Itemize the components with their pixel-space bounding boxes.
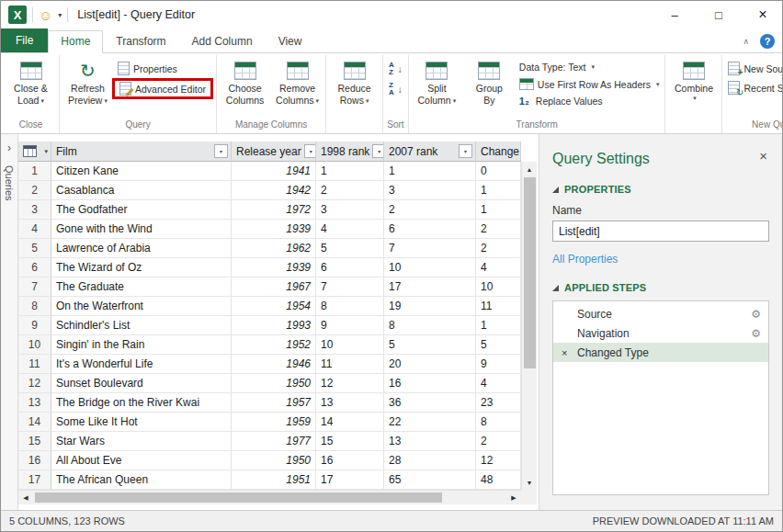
row-number[interactable]: 12: [18, 374, 51, 393]
table-row[interactable]: 11It's a Wonderful Life194611209: [18, 355, 521, 374]
grid-cell[interactable]: 4: [476, 374, 521, 393]
title-bar[interactable]: X ☺ ▾ List[edit] - Query Editor – □ ×: [1, 1, 782, 28]
queries-pane-collapsed[interactable]: › Queries: [1, 134, 18, 510]
grid-cell[interactable]: 28: [384, 451, 476, 470]
column-header[interactable]: 2007 rank▾: [384, 141, 476, 162]
grid-cell[interactable]: 8: [316, 297, 384, 316]
scroll-up-arrow[interactable]: ▲: [522, 162, 537, 176]
row-number[interactable]: 8: [18, 297, 51, 316]
grid-cell[interactable]: 4: [476, 258, 521, 277]
grid-cell[interactable]: 1962: [232, 239, 316, 258]
replace-values-button[interactable]: 1₂ Replace Values: [516, 95, 663, 108]
row-number[interactable]: 17: [18, 470, 51, 490]
grid-cell[interactable]: The Bridge on the River Kwai: [51, 393, 232, 413]
tab-home[interactable]: Home: [48, 30, 103, 53]
table-row[interactable]: 12Sunset Boulevard195012164: [18, 374, 521, 393]
grid-cell[interactable]: 16: [316, 451, 384, 470]
scroll-left-arrow[interactable]: ◀: [18, 494, 33, 502]
filter-icon[interactable]: ▾: [372, 144, 384, 158]
table-row[interactable]: 10Singin' in the Rain19521055: [18, 335, 521, 355]
applied-step[interactable]: Source⚙: [553, 304, 768, 323]
grid-cell[interactable]: All About Eve: [51, 451, 232, 470]
table-row[interactable]: 4Gone with the Wind1939462: [18, 220, 521, 239]
column-header[interactable]: Change▾: [476, 141, 521, 162]
row-number[interactable]: 13: [18, 393, 51, 413]
grid-cell[interactable]: 7: [316, 277, 384, 297]
grid-cell[interactable]: 12: [476, 451, 521, 470]
grid-cell[interactable]: 8: [384, 316, 476, 335]
grid-cell[interactable]: Schindler's List: [51, 316, 232, 335]
grid-cell[interactable]: 0: [476, 162, 521, 181]
grid-cell[interactable]: 1941: [232, 162, 316, 181]
tab-transform[interactable]: Transform: [103, 30, 178, 52]
grid-cell[interactable]: 48: [476, 470, 521, 490]
grid-cell[interactable]: 1939: [232, 220, 316, 239]
horizontal-scroll-thumb[interactable]: [35, 492, 442, 503]
new-source-button[interactable]: + New Source ▾: [725, 61, 782, 76]
row-number[interactable]: 10: [18, 335, 51, 355]
table-row[interactable]: 9Schindler's List1993981: [18, 316, 521, 335]
row-number[interactable]: 6: [18, 258, 51, 277]
grid-cell[interactable]: 12: [316, 374, 384, 393]
combine-button[interactable]: Combine ▾: [668, 57, 719, 104]
grid-cell[interactable]: 2: [476, 239, 521, 258]
column-header[interactable]: Release year▾: [232, 141, 316, 162]
group-by-button[interactable]: Group By: [464, 57, 515, 108]
grid-cell[interactable]: 1: [476, 200, 521, 220]
sort-ascending-button[interactable]: AZ ↓: [386, 61, 405, 77]
scroll-down-arrow[interactable]: ▼: [522, 475, 537, 490]
grid-cell[interactable]: 2: [476, 432, 521, 451]
horizontal-scroll-track[interactable]: [33, 491, 506, 504]
grid-cell[interactable]: 9: [316, 316, 384, 335]
applied-steps-section-header[interactable]: APPLIED STEPS: [552, 282, 769, 293]
grid-cell[interactable]: 1959: [232, 413, 316, 432]
feedback-smiley-icon[interactable]: ☺: [39, 8, 52, 22]
table-row[interactable]: 14Some Like It Hot195914228: [18, 413, 521, 432]
table-menu-icon[interactable]: ▾: [44, 148, 48, 155]
grid-cell[interactable]: 13: [384, 432, 476, 451]
table-row[interactable]: 2Casablanca1942231: [18, 181, 521, 200]
filter-icon[interactable]: ▾: [459, 144, 472, 158]
grid-cell[interactable]: 4: [316, 220, 384, 239]
applied-step[interactable]: ×Changed Type: [553, 343, 768, 362]
sort-descending-button[interactable]: ZA ↓: [386, 81, 405, 97]
split-column-button[interactable]: Split Column▾: [412, 57, 462, 108]
grid-cell[interactable]: 1: [316, 162, 384, 181]
grid-cell[interactable]: Lawrence of Arabia: [51, 239, 232, 258]
row-number[interactable]: 14: [18, 413, 51, 432]
table-row[interactable]: 6The Wizard of Oz19396104: [18, 258, 521, 277]
properties-section-header[interactable]: PROPERTIES: [552, 184, 769, 195]
grid-cell[interactable]: Sunset Boulevard: [51, 374, 232, 393]
grid-cell[interactable]: 1951: [232, 470, 316, 490]
grid-cell[interactable]: Citizen Kane: [51, 162, 232, 181]
row-number[interactable]: 15: [18, 432, 51, 451]
row-number[interactable]: 5: [18, 239, 51, 258]
tab-add-column[interactable]: Add Column: [179, 30, 266, 52]
quick-access-dropdown-icon[interactable]: ▾: [58, 11, 62, 19]
grid-cell[interactable]: 1950: [232, 451, 316, 470]
vertical-scroll-thumb[interactable]: [524, 177, 536, 368]
gear-icon[interactable]: ⚙: [751, 308, 761, 321]
row-number[interactable]: 7: [18, 277, 51, 297]
applied-step[interactable]: Navigation⚙: [553, 323, 768, 343]
grid-cell[interactable]: The Godfather: [51, 200, 232, 220]
expand-queries-pane-icon[interactable]: ›: [7, 141, 11, 154]
column-header[interactable]: Film▾: [51, 141, 232, 162]
select-all-corner[interactable]: ▾: [18, 141, 51, 162]
grid-cell[interactable]: 1952: [232, 335, 316, 355]
tab-file[interactable]: File: [1, 28, 48, 52]
grid-cell[interactable]: 1939: [232, 258, 316, 277]
grid-cell[interactable]: The Wizard of Oz: [51, 258, 232, 277]
grid-cell[interactable]: 5: [476, 335, 521, 355]
properties-button[interactable]: Properties: [115, 61, 213, 76]
grid-cell[interactable]: Singin' in the Rain: [51, 335, 232, 355]
grid-cell[interactable]: 9: [476, 355, 521, 374]
data-type-button[interactable]: Data Type: Text ▾: [516, 61, 663, 74]
grid-cell[interactable]: 2: [384, 200, 476, 220]
tab-view[interactable]: View: [266, 30, 315, 52]
table-row[interactable]: 5Lawrence of Arabia1962572: [18, 239, 521, 258]
grid-cell[interactable]: On the Waterfront: [51, 297, 232, 316]
grid-cell[interactable]: 65: [384, 470, 476, 490]
grid-cell[interactable]: 1967: [232, 277, 316, 297]
grid-cell[interactable]: 15: [316, 432, 384, 451]
